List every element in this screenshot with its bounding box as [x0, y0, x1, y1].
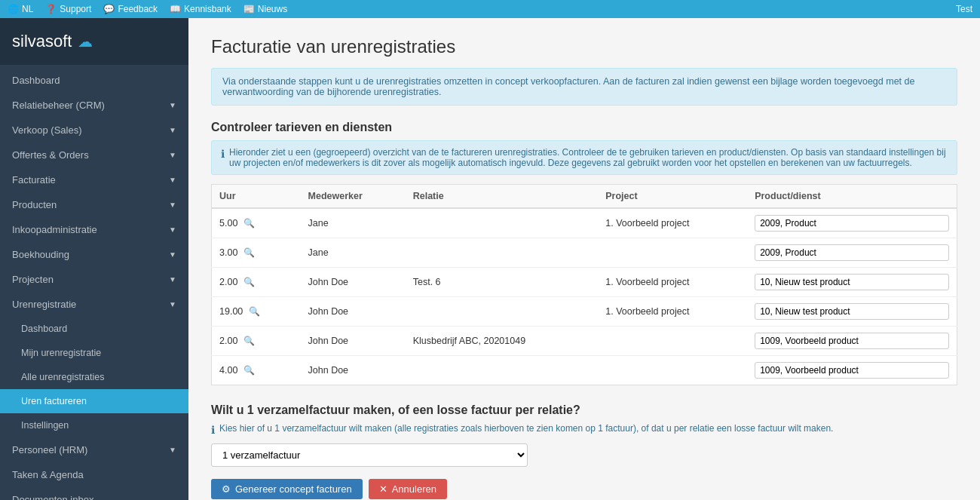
- sidebar-item-uren-factureren[interactable]: Uren factureren: [0, 389, 188, 413]
- search-button[interactable]: 🔍: [246, 306, 263, 317]
- sidebar-item-alle-urenregistraties[interactable]: Alle urenregistraties: [0, 365, 188, 389]
- sidebar-item-producten[interactable]: Producten ▼: [0, 192, 188, 217]
- cell-project: 1. Voorbeeld project: [598, 297, 747, 327]
- section1-info: ℹ Hieronder ziet u een (gegroepeerd) ove…: [211, 140, 957, 175]
- table-row: 4.00 🔍 John Doe: [212, 356, 957, 385]
- table-row: 5.00 🔍 Jane 1. Voorbeeld project: [212, 208, 957, 238]
- sidebar-item-offertes[interactable]: Offertes & Orders ▼: [0, 143, 188, 167]
- search-button[interactable]: 🔍: [240, 277, 258, 287]
- sidebar-item-dashboard[interactable]: Dashboard: [0, 68, 188, 93]
- cell-uur: 2.00 🔍: [212, 327, 301, 356]
- product-input[interactable]: [755, 244, 949, 261]
- cell-product[interactable]: [747, 238, 957, 268]
- info-icon-2: ℹ: [211, 424, 215, 436]
- table-row: 3.00 🔍 Jane: [212, 238, 957, 268]
- support-icon: ❓: [45, 4, 57, 14]
- product-input[interactable]: [755, 303, 949, 320]
- cell-project: 1. Voorbeeld project: [598, 268, 747, 297]
- sidebar-item-projecten[interactable]: Projecten ▼: [0, 267, 188, 292]
- cell-project: 1. Voorbeeld project: [598, 208, 747, 238]
- col-uur: Uur: [212, 185, 301, 209]
- cell-project: [598, 327, 747, 356]
- cell-product[interactable]: [747, 268, 957, 297]
- sidebar-item-instellingen[interactable]: Instellingen: [0, 413, 188, 437]
- support-label: Support: [60, 4, 91, 14]
- product-input[interactable]: [755, 274, 949, 290]
- close-icon: ✕: [379, 483, 387, 495]
- cell-medewerker: John Doe: [301, 268, 406, 297]
- col-project: Project: [598, 185, 747, 209]
- chevron-down-icon: ▼: [169, 176, 176, 184]
- cell-relatie: [406, 208, 599, 238]
- sidebar-item-taken[interactable]: Taken & Agenda: [0, 462, 188, 487]
- cell-product[interactable]: [747, 356, 957, 385]
- feedback-icon: 💬: [103, 4, 115, 14]
- feedback-link[interactable]: 💬 Feedback: [103, 4, 158, 14]
- support-link[interactable]: ❓ Support: [45, 4, 91, 14]
- chevron-down-icon: ▼: [169, 275, 176, 284]
- product-input[interactable]: [755, 215, 949, 232]
- sidebar: silvasoft ☁ Dashboard Relatiebeheer (CRM…: [0, 18, 188, 500]
- flag-icon: 🌐: [8, 4, 19, 14]
- info-banner: Via onderstaande stappen kunt u de urenr…: [211, 68, 957, 106]
- cell-product[interactable]: [747, 327, 957, 356]
- chevron-down-icon: ▼: [169, 201, 176, 209]
- search-button[interactable]: 🔍: [240, 247, 258, 258]
- cell-uur: 19.00 🔍: [212, 297, 301, 327]
- nieuws-link[interactable]: 📰 Nieuws: [243, 4, 287, 14]
- sidebar-item-inkoop[interactable]: Inkoopadministratie ▼: [0, 217, 188, 242]
- sidebar-item-documenten[interactable]: Documenten inbox: [0, 487, 188, 500]
- cancel-button[interactable]: ✕ Annuleren: [369, 479, 447, 499]
- user-label[interactable]: Test: [956, 4, 972, 14]
- logo-text: silvasoft: [12, 32, 72, 51]
- cell-uur: 4.00 🔍: [212, 356, 301, 385]
- product-input[interactable]: [755, 333, 949, 349]
- sidebar-item-mijn-urenregistratie[interactable]: Mijn urenregistratie: [0, 341, 188, 365]
- nieuws-icon: 📰: [243, 4, 255, 14]
- lang-label: NL: [22, 4, 33, 14]
- verzamelfactuur-select[interactable]: 1 verzamelfactuurLosse factuur per relat…: [211, 443, 528, 467]
- feedback-label: Feedback: [118, 4, 158, 14]
- info-icon: ℹ: [221, 148, 225, 160]
- chevron-down-icon: ▼: [169, 225, 176, 234]
- sidebar-item-urenregistratie[interactable]: Urenregistratie ▼: [0, 292, 188, 317]
- sidebar-item-verkoop[interactable]: Verkoop (Sales) ▼: [0, 118, 188, 143]
- cell-medewerker: Jane: [301, 238, 406, 268]
- product-input[interactable]: [755, 362, 949, 379]
- col-medewerker: Medewerker: [301, 185, 406, 209]
- sidebar-item-relatiebeheer[interactable]: Relatiebeheer (CRM) ▼: [0, 93, 188, 118]
- kennisbank-link[interactable]: 📖 Kennisbank: [170, 4, 231, 14]
- nieuws-label: Nieuws: [258, 4, 287, 14]
- table-row: 2.00 🔍 John Doe Klusbedrijf ABC, 2020104…: [212, 327, 957, 356]
- cell-relatie: [406, 238, 599, 268]
- search-button[interactable]: 🔍: [240, 336, 258, 346]
- sidebar-item-sub-dashboard[interactable]: Dashboard: [0, 317, 188, 341]
- col-product: Product/dienst: [747, 185, 957, 209]
- top-bar: 🌐 NL ❓ Support 💬 Feedback 📖 Kennisbank 📰…: [0, 0, 980, 18]
- cell-medewerker: John Doe: [301, 297, 406, 327]
- sidebar-item-personeel[interactable]: Personeel (HRM) ▼: [0, 437, 188, 462]
- cell-medewerker: John Doe: [301, 356, 406, 385]
- section2-info: ℹ Kies hier of u 1 verzamelfactuur wilt …: [211, 423, 957, 436]
- cell-project: [598, 238, 747, 268]
- chevron-down-icon: ▼: [169, 126, 176, 134]
- kennisbank-icon: 📖: [170, 4, 181, 14]
- sidebar-logo: silvasoft ☁: [0, 18, 188, 65]
- cell-relatie: [406, 297, 599, 327]
- action-buttons: ⚙ Genereer concept facturen ✕ Annuleren: [211, 479, 957, 499]
- cell-product[interactable]: [747, 208, 957, 238]
- cell-product[interactable]: [747, 297, 957, 327]
- lang-nl[interactable]: 🌐 NL: [8, 4, 33, 14]
- cell-relatie: Klusbedrijf ABC, 20201049: [406, 327, 599, 356]
- cell-medewerker: Jane: [301, 208, 406, 238]
- chevron-down-icon: ▼: [169, 300, 176, 308]
- search-button[interactable]: 🔍: [240, 218, 258, 229]
- sidebar-item-boekhouding[interactable]: Boekhouding ▼: [0, 242, 188, 267]
- chevron-down-icon: ▼: [169, 101, 176, 109]
- sidebar-item-facturatie[interactable]: Facturatie ▼: [0, 167, 188, 192]
- chevron-down-icon: ▼: [169, 250, 176, 259]
- hours-table: Uur Medewerker Relatie Project Product/d…: [211, 184, 957, 385]
- search-button[interactable]: 🔍: [240, 365, 258, 376]
- section2-title: Wilt u 1 verzamelfactuur maken, of een l…: [211, 403, 957, 417]
- generate-button[interactable]: ⚙ Genereer concept facturen: [211, 479, 363, 499]
